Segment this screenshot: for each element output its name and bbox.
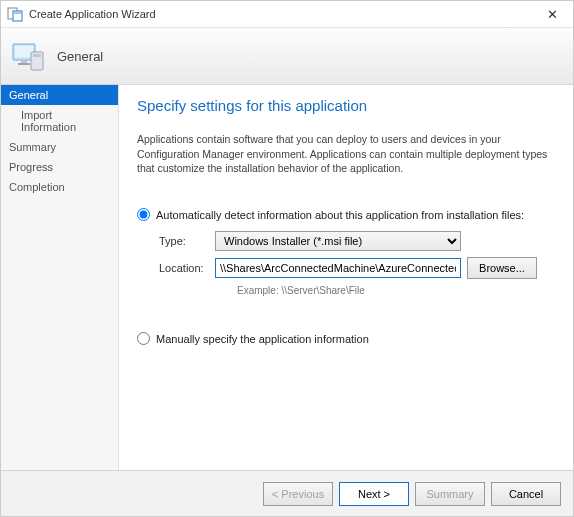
svg-rect-8 (33, 54, 41, 57)
page-title: Specify settings for this application (137, 97, 555, 114)
option-auto-detect[interactable]: Automatically detect information about t… (137, 208, 555, 221)
radio-manual[interactable] (137, 332, 150, 345)
window-title: Create Application Wizard (29, 8, 537, 20)
summary-button[interactable]: Summary (415, 482, 485, 506)
svg-rect-6 (18, 63, 30, 65)
sidebar-item-import-information[interactable]: Import Information (1, 105, 118, 137)
body: General Import Information Summary Progr… (1, 85, 573, 470)
page-description: Applications contain software that you c… (137, 132, 555, 176)
sidebar-item-general[interactable]: General (1, 85, 118, 105)
main-panel: Specify settings for this application Ap… (119, 85, 573, 470)
location-example: Example: \\Server\Share\File (237, 285, 555, 296)
location-input[interactable] (215, 258, 461, 278)
option-auto-detect-label: Automatically detect information about t… (156, 209, 524, 221)
svg-rect-5 (21, 60, 27, 63)
svg-rect-4 (15, 46, 33, 57)
sidebar-item-progress[interactable]: Progress (1, 157, 118, 177)
option-manual[interactable]: Manually specify the application informa… (137, 332, 555, 345)
close-icon[interactable]: ✕ (537, 7, 567, 22)
app-icon (7, 6, 23, 22)
browse-button[interactable]: Browse... (467, 257, 537, 279)
titlebar: Create Application Wizard ✕ (1, 1, 573, 27)
header: General (1, 27, 573, 85)
sidebar: General Import Information Summary Progr… (1, 85, 119, 470)
type-select[interactable]: Windows Installer (*.msi file) (215, 231, 461, 251)
location-label: Location: (159, 262, 215, 274)
wizard-window: Create Application Wizard ✕ General Gene… (0, 0, 574, 517)
option-manual-label: Manually specify the application informa… (156, 333, 369, 345)
radio-auto-detect[interactable] (137, 208, 150, 221)
previous-button[interactable]: < Previous (263, 482, 333, 506)
header-text: General (57, 49, 103, 64)
sidebar-item-completion[interactable]: Completion (1, 177, 118, 197)
auto-detect-form: Type: Windows Installer (*.msi file) Loc… (137, 231, 555, 296)
footer: < Previous Next > Summary Cancel (1, 470, 573, 516)
type-label: Type: (159, 235, 215, 247)
cancel-button[interactable]: Cancel (491, 482, 561, 506)
wizard-header-icon (11, 38, 47, 74)
sidebar-item-summary[interactable]: Summary (1, 137, 118, 157)
next-button[interactable]: Next > (339, 482, 409, 506)
svg-rect-2 (14, 12, 21, 14)
